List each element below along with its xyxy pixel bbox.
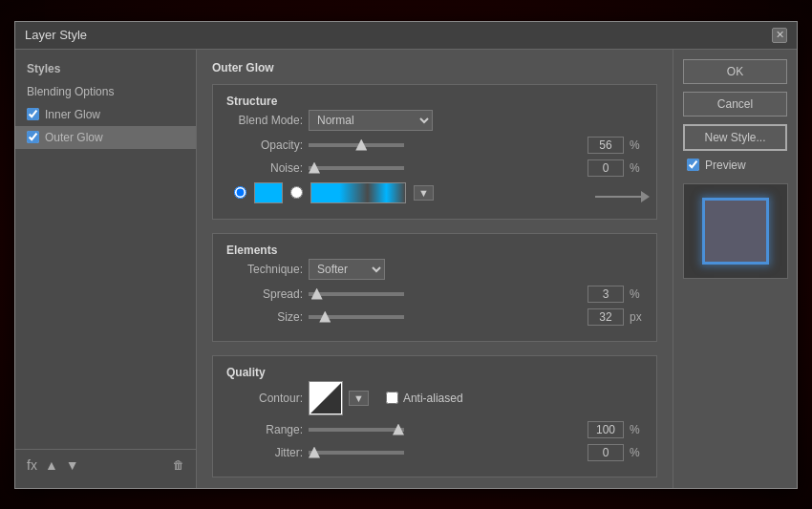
size-label: Size: <box>226 310 303 324</box>
sidebar: Styles Blending Options Inner Glow Outer… <box>15 50 197 488</box>
close-button[interactable]: ✕ <box>772 28 787 43</box>
technique-label: Technique: <box>226 263 303 276</box>
move-up-icon[interactable]: ▲ <box>45 457 58 473</box>
size-row: Size: px <box>226 308 643 326</box>
blend-mode-row: Blend Mode: Normal Dissolve Multiply Scr… <box>226 110 643 131</box>
gradient-radio[interactable] <box>290 186 303 199</box>
gradient-dropdown[interactable]: ▼ <box>414 185 434 201</box>
quality-section: Quality Contour: ▼ Anti-aliased <box>212 355 657 477</box>
size-slider-container <box>309 315 582 319</box>
title-bar: Layer Style ✕ <box>15 22 797 50</box>
range-slider-container <box>309 428 582 432</box>
elements-header: Elements <box>226 244 643 257</box>
size-input[interactable] <box>588 308 624 326</box>
opacity-input[interactable] <box>588 137 624 154</box>
color-radio[interactable] <box>234 186 246 199</box>
range-slider[interactable] <box>309 428 404 432</box>
quality-header: Quality <box>226 366 643 379</box>
spread-label: Spread: <box>226 287 303 301</box>
new-style-button[interactable]: New Style... <box>683 124 787 151</box>
sidebar-bottom: fx ▲ ▼ 🗑 <box>15 449 196 480</box>
jitter-unit: % <box>630 446 643 459</box>
contour-row: Contour: ▼ Anti-aliased <box>226 381 643 415</box>
outer-glow-header: Outer Glow <box>212 61 657 74</box>
main-content: Outer Glow Structure Blend Mode: Normal … <box>197 50 673 488</box>
anti-aliased-label: Anti-aliased <box>403 392 463 405</box>
layer-style-dialog: Layer Style ✕ Styles Blending Options In… <box>14 21 798 489</box>
opacity-row: Opacity: % <box>226 137 643 154</box>
delete-icon[interactable]: 🗑 <box>173 458 184 472</box>
noise-slider-container <box>309 166 582 170</box>
jitter-slider-container <box>309 451 582 455</box>
structure-header: Structure <box>226 95 643 108</box>
spread-row: Spread: % <box>226 286 643 303</box>
dialog-body: Styles Blending Options Inner Glow Outer… <box>15 50 797 488</box>
preview-square <box>702 198 769 265</box>
noise-label: Noise: <box>226 161 303 175</box>
noise-unit: % <box>630 161 643 175</box>
spread-unit: % <box>630 287 643 301</box>
outer-glow-checkbox[interactable] <box>27 131 39 143</box>
noise-slider[interactable] <box>309 166 404 170</box>
range-label: Range: <box>226 423 303 436</box>
blend-mode-select[interactable]: Normal Dissolve Multiply Screen Overlay <box>309 110 433 131</box>
opacity-slider[interactable] <box>309 143 404 147</box>
cancel-button[interactable]: Cancel <box>683 92 787 117</box>
preview-checkbox[interactable] <box>687 159 699 171</box>
preview-row: Preview <box>683 159 787 172</box>
size-unit: px <box>630 310 643 324</box>
range-row: Range: % <box>226 421 643 438</box>
sidebar-item-blending[interactable]: Blending Options <box>15 80 196 103</box>
range-input[interactable] <box>588 421 624 438</box>
anti-aliased-row: Anti-aliased <box>386 392 463 405</box>
range-unit: % <box>630 423 643 436</box>
structure-section: Structure Blend Mode: Normal Dissolve Mu… <box>212 84 657 220</box>
noise-input[interactable] <box>588 159 624 177</box>
move-down-icon[interactable]: ▼ <box>66 457 79 473</box>
anti-aliased-checkbox[interactable] <box>386 392 398 404</box>
styles-label: Styles <box>15 57 196 80</box>
spread-slider-container <box>309 292 582 296</box>
inner-glow-checkbox[interactable] <box>27 108 39 120</box>
contour-preview[interactable] <box>309 381 343 415</box>
right-panel: OK Cancel New Style... Preview <box>673 50 797 488</box>
svg-marker-0 <box>310 383 341 414</box>
color-swatch[interactable] <box>254 182 283 203</box>
contour-dropdown[interactable]: ▼ <box>349 391 369 406</box>
contour-label: Contour: <box>226 392 303 405</box>
sidebar-item-outer-glow[interactable]: Outer Glow <box>15 126 196 149</box>
preview-box <box>683 183 788 279</box>
opacity-slider-container <box>309 143 582 147</box>
technique-row: Technique: Softer Precise <box>226 259 643 280</box>
opacity-unit: % <box>630 138 643 152</box>
size-slider[interactable] <box>309 315 404 319</box>
gradient-swatch[interactable] <box>310 182 406 203</box>
blend-mode-label: Blend Mode: <box>226 114 303 127</box>
color-row: ▼ <box>226 182 643 203</box>
jitter-slider[interactable] <box>309 451 404 455</box>
jitter-input[interactable] <box>588 444 624 461</box>
jitter-row: Jitter: % <box>226 444 643 461</box>
spread-input[interactable] <box>588 286 624 303</box>
opacity-label: Opacity: <box>226 138 303 152</box>
spread-slider[interactable] <box>309 292 404 296</box>
preview-label: Preview <box>705 159 746 172</box>
ok-button[interactable]: OK <box>683 59 787 84</box>
jitter-label: Jitter: <box>226 446 303 459</box>
elements-section: Elements Technique: Softer Precise Sprea… <box>212 233 657 342</box>
sidebar-item-inner-glow[interactable]: Inner Glow <box>15 103 196 126</box>
fx-icon: fx <box>27 457 37 473</box>
dialog-title: Layer Style <box>25 28 87 42</box>
noise-row: Noise: % <box>226 159 643 177</box>
technique-select[interactable]: Softer Precise <box>309 259 385 280</box>
